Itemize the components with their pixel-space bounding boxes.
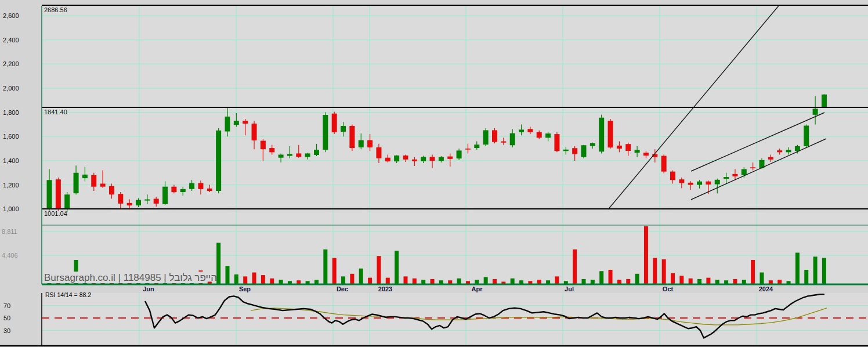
rsi-indicator-label: RSI 14/14 = 88.2 [45, 291, 91, 298]
candle-body [457, 150, 462, 158]
x-axis-label: Dec [337, 285, 348, 292]
candle-body [724, 177, 729, 179]
candle-body [385, 158, 390, 161]
candle-body [47, 180, 52, 208]
x-axis-label: 2024 [759, 285, 773, 292]
volume-bar [653, 258, 657, 284]
volume-bar [760, 273, 764, 284]
candle-body [768, 157, 773, 160]
rsi-axis-tick: 30 [3, 327, 10, 334]
candle-body [590, 143, 595, 146]
candle-body [91, 175, 96, 187]
volume-bar [751, 260, 755, 284]
candle-body [635, 150, 640, 153]
candle-body [439, 157, 444, 161]
candle-body [341, 126, 346, 132]
watermark-text: Bursagraph.co.il | 1184985 | הייפר גלובל [44, 272, 217, 283]
candle-body [269, 148, 274, 152]
candle-body [332, 114, 337, 132]
x-axis-label: Sep [239, 285, 251, 292]
candle-body [661, 156, 667, 172]
volume-bar [226, 266, 230, 284]
candle-body [795, 146, 800, 151]
candle-body [572, 148, 577, 154]
volume-bar [609, 270, 613, 284]
candle-body [127, 203, 132, 205]
candle-body [732, 174, 737, 176]
price-axis-tick: 1,400 [3, 157, 19, 164]
candle-body [625, 144, 631, 151]
candle-body [430, 157, 435, 161]
rsi-axis-tick: 70 [3, 302, 10, 309]
candle-body [474, 144, 479, 148]
price-axis-tick: 1,200 [3, 182, 19, 189]
candle-body [599, 118, 604, 152]
price-axis-tick: 1,600 [3, 133, 19, 140]
candle-body [189, 183, 194, 189]
candle-body [162, 187, 168, 204]
candle-body [421, 157, 426, 161]
candle-body [742, 169, 747, 175]
candle-body [252, 124, 257, 140]
volume-bar [635, 274, 639, 284]
x-axis-label: 2023 [378, 285, 392, 292]
candle-body [804, 126, 809, 146]
price-axis-tick: 2,000 [3, 85, 19, 92]
candle-body [234, 121, 239, 125]
candle-body [287, 154, 292, 156]
candle-body [118, 194, 123, 204]
candle-body [510, 133, 515, 146]
candle-body [527, 129, 533, 132]
candle-body [519, 129, 524, 132]
volume-bar [386, 278, 390, 284]
candle-body [376, 147, 381, 158]
candle-body [697, 182, 702, 185]
candle-body [305, 153, 310, 157]
candle-body [706, 182, 711, 185]
candle-body [608, 121, 613, 147]
candle-body [777, 150, 782, 152]
candle-body [216, 131, 221, 191]
stock-chart: Bursagraph.co.il | 1184985 | הייפר גלובל… [0, 0, 868, 347]
candle-body [367, 140, 372, 147]
candle-body [715, 180, 720, 185]
volume-bar [377, 256, 381, 284]
candle-body [670, 172, 675, 180]
candle-body [688, 183, 693, 185]
candle-body [144, 200, 150, 201]
candle-body [679, 179, 684, 183]
volume-bar [216, 243, 220, 284]
candle-body [314, 150, 319, 155]
candle-body [822, 95, 827, 107]
candle-body [74, 173, 79, 193]
price-axis-tick: 1,000 [3, 205, 19, 212]
volume-bar [359, 269, 363, 284]
level-label: 2686.56 [44, 6, 67, 13]
candle-body [412, 160, 417, 161]
volume-bar [679, 276, 683, 284]
volume-bar [413, 279, 417, 284]
stock-chart-page: Bursagraph.co.il | 1184985 | הייפר גלובל… [0, 0, 868, 347]
candle-body [447, 157, 453, 159]
volume-bar [341, 276, 345, 284]
candle-body [349, 126, 355, 148]
volume-bar [689, 279, 693, 284]
candle-body [171, 187, 176, 192]
candle-body [243, 121, 248, 124]
candle-body [617, 146, 622, 149]
panel-background [42, 293, 868, 346]
candle-body [394, 156, 399, 161]
price-axis-tick: 1,800 [3, 109, 19, 116]
candle-body [554, 134, 559, 151]
price-axis-tick: 2,400 [3, 37, 19, 44]
candle-body [261, 141, 266, 150]
candle-body [198, 183, 203, 189]
volume-bar [457, 279, 461, 284]
candle-body [323, 115, 328, 150]
candle-body [154, 199, 159, 204]
volume-bar [332, 258, 337, 284]
candle-body [296, 153, 301, 157]
candle-body [643, 153, 649, 156]
volume-bar [243, 276, 247, 284]
candle-body [581, 145, 587, 157]
